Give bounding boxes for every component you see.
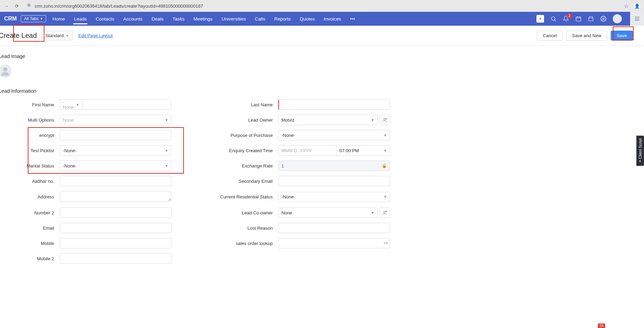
enquiry-time-select[interactable]: 07:00 PM▼	[337, 145, 390, 156]
save-and-new-button[interactable]: Save and New	[566, 31, 608, 41]
svg-point-8	[638, 18, 639, 19]
test-picklist-select[interactable]: -None-▼	[60, 145, 171, 156]
tab-quotes[interactable]: Quotes	[300, 13, 315, 25]
caret-down-icon: ▼	[76, 103, 79, 107]
tab-reports[interactable]: Reports	[274, 13, 290, 25]
last-name-label: Last Name	[217, 102, 278, 107]
tab-contacts[interactable]: Contacts	[96, 13, 114, 25]
client-script-tab[interactable]: ▲ Client Script	[636, 136, 644, 166]
lock-icon: 🔒	[382, 163, 387, 168]
tab-home[interactable]: Home	[52, 13, 65, 25]
encrypt-input[interactable]	[60, 130, 171, 140]
page-header: Create Lead Standard▼ Edit Page Layout C…	[0, 26, 644, 46]
sales-order-label: sales order lookup	[217, 241, 278, 246]
tab-accounts[interactable]: Accounts	[123, 13, 143, 25]
salutation-select[interactable]: -None-▼	[60, 99, 82, 110]
store-icon[interactable]	[588, 16, 594, 22]
svg-point-16	[385, 211, 387, 212]
reload-icon[interactable]: ⟳	[14, 3, 19, 9]
notification-icon[interactable]: 2	[563, 16, 569, 22]
add-icon[interactable]	[536, 15, 544, 23]
sales-order-lookup[interactable]	[278, 238, 390, 248]
email-input[interactable]	[60, 223, 171, 233]
enquiry-date-input[interactable]	[278, 145, 337, 156]
user-avatar[interactable]	[613, 14, 622, 23]
multi-options-label: Multi Options	[0, 117, 60, 123]
address-textarea[interactable]	[60, 191, 171, 202]
lost-reason-input[interactable]	[278, 223, 390, 233]
residential-status-label: Current Residential Status	[217, 194, 278, 199]
lead-image-placeholder[interactable]	[0, 65, 12, 78]
caret-down-icon: ▼	[165, 118, 168, 122]
exchange-rate-field: 1🔒	[278, 161, 390, 171]
number2-input[interactable]	[60, 207, 171, 218]
url-input[interactable]	[24, 2, 619, 10]
marital-status-select[interactable]: -None-▼	[60, 161, 171, 171]
svg-point-2	[603, 18, 604, 20]
profile-icon[interactable]: 👤	[634, 2, 641, 9]
tab-deals[interactable]: Deals	[152, 13, 164, 25]
calendar-icon[interactable]	[575, 16, 582, 22]
svg-point-14	[385, 118, 387, 119]
aadhar-input[interactable]	[60, 176, 171, 186]
caret-down-icon: ▼	[371, 211, 374, 215]
mobile-input[interactable]	[60, 238, 171, 248]
svg-point-5	[638, 17, 639, 18]
tab-meetings[interactable]: Meetings	[194, 13, 213, 25]
tab-invoices[interactable]: Invoices	[324, 13, 341, 25]
co-owner-select[interactable]: None▼	[278, 207, 378, 218]
purpose-label: Purpose of Purchase	[217, 133, 278, 138]
section-lead-info: Lead Information	[0, 88, 644, 94]
tab-more[interactable]: •••	[350, 13, 355, 25]
tab-tasks[interactable]: Tasks	[172, 13, 185, 25]
tab-leads[interactable]: Leads	[74, 13, 87, 25]
last-name-input[interactable]	[278, 99, 390, 110]
crm-navbar: CRM All Tabs▼ Home Leads Contacts Accoun…	[0, 12, 644, 26]
tab-calls[interactable]: Calls	[255, 13, 265, 25]
purpose-select[interactable]: -None-▼	[278, 130, 390, 140]
test-picklist-label: Test Picklist	[0, 148, 60, 153]
caret-down-icon: ▼	[165, 164, 168, 168]
apps-grid-icon[interactable]	[630, 12, 644, 26]
svg-point-9	[635, 20, 636, 21]
all-tabs-dropdown[interactable]: All Tabs▼	[21, 15, 46, 22]
user-picker-icon[interactable]	[380, 115, 390, 125]
multi-options-select[interactable]: None▼	[60, 115, 171, 125]
svg-point-6	[635, 18, 636, 19]
save-button[interactable]: Save	[611, 31, 633, 41]
bookmark-icon[interactable]: ☆	[624, 3, 629, 9]
co-owner-label: Lead Co-owner	[217, 210, 278, 215]
lookup-icon[interactable]: ▭	[384, 240, 388, 245]
marital-status-label: Marital Status	[0, 163, 60, 169]
address-label: Address	[0, 194, 60, 199]
caret-down-icon: ▼	[40, 17, 43, 20]
edit-page-layout-link[interactable]: Edit Page Layout	[78, 33, 113, 38]
forward-icon[interactable]: →	[3, 3, 9, 9]
site-info-icon[interactable]: ⚙	[27, 3, 31, 8]
first-name-input[interactable]	[82, 99, 171, 110]
lead-owner-select[interactable]: Motviz▼	[278, 115, 378, 125]
enquiry-time-label: Enquiry Created Time	[217, 148, 278, 153]
section-lead-image: Lead Image	[0, 54, 644, 59]
residential-status-select[interactable]: -None-▼	[278, 192, 390, 202]
svg-point-11	[638, 20, 639, 21]
settings-icon[interactable]	[600, 16, 607, 22]
cancel-button[interactable]: Cancel	[537, 31, 562, 41]
user-picker-icon[interactable]	[380, 207, 390, 218]
first-name-label: First Name	[0, 102, 60, 107]
layout-dropdown[interactable]: Standard▼	[42, 31, 73, 40]
tab-universities[interactable]: Universities	[222, 13, 246, 25]
secondary-email-input[interactable]	[278, 176, 390, 186]
form-grid: First Name -None-▼ Last Name Multi Optio…	[0, 99, 415, 264]
search-icon[interactable]	[550, 16, 557, 22]
lost-reason-label: Lost Reason	[217, 226, 278, 231]
caret-down-icon: ▼	[165, 149, 168, 153]
secondary-email-label: Secondary Email	[217, 179, 278, 184]
encrypt-label: encrypt	[0, 133, 60, 138]
mobile-label: Mobile	[0, 241, 60, 246]
number2-label: Number 2	[0, 210, 60, 215]
nav-tabs: Home Leads Contacts Accounts Deals Tasks…	[52, 13, 355, 25]
brand: CRM	[4, 16, 17, 22]
mobile2-input[interactable]	[60, 253, 171, 264]
svg-point-0	[551, 17, 555, 20]
